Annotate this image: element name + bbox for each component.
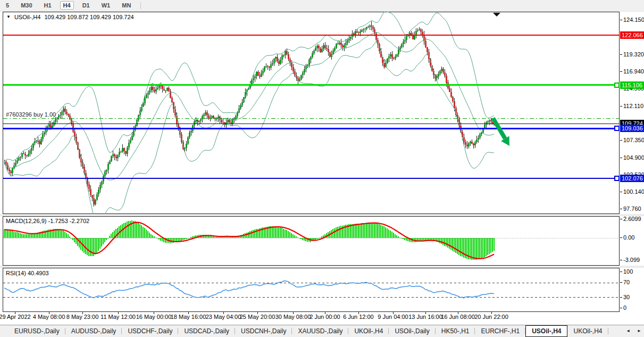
main-chart-canvas[interactable] <box>3 12 620 214</box>
toolbar-separator <box>140 2 141 9</box>
timeframe-button-h4[interactable]: H4 <box>60 1 74 10</box>
price-badge: 102.076 <box>620 175 644 182</box>
chart-window: ▼ USOil-,H4 109.429 109.872 109.429 109.… <box>0 11 644 325</box>
timeframe-button-d1[interactable]: D1 <box>79 1 93 10</box>
rsi-canvas[interactable] <box>3 268 620 312</box>
macd-label: MACD(12,26,9) -1.7253 -2.2702 <box>6 218 89 224</box>
rsi-tick: 100 <box>623 268 633 275</box>
price-tick: 116.940 <box>623 68 644 75</box>
price-tick: 124.150 <box>623 17 644 23</box>
timeframe-button-w1[interactable]: W1 <box>98 1 114 10</box>
rsi-tick: 30 <box>623 294 630 301</box>
price-tick: 97.760 <box>623 206 641 212</box>
tab-scroll-left-icon[interactable]: ◄ <box>626 328 630 333</box>
tab-usdchf-daily[interactable]: USDCHF-,Daily <box>122 325 178 337</box>
macd-tick: -3.099 <box>623 257 640 264</box>
chart-symbol: USOil-,H4 <box>14 14 41 20</box>
timeframe-toolbar: 5M30H1H4D1W1MN <box>0 0 644 11</box>
price-tick: 112.110 <box>623 103 643 110</box>
date-tick <box>293 312 294 314</box>
mt4-terminal: 5M30H1H4D1W1MN ▼ USOil-,H4 109.429 109.8… <box>0 0 644 337</box>
date-tick <box>82 312 83 314</box>
tab-xauusd-daily[interactable]: XAUUSD-,Daily <box>292 325 348 337</box>
date-tick <box>358 312 359 314</box>
tab-eurusd-daily[interactable]: EURUSD-,Daily <box>9 325 65 337</box>
line-anchor-marker <box>614 83 620 88</box>
tab-ukoil-h4[interactable]: UKOil-,H4 <box>567 325 608 337</box>
date-tick <box>425 312 426 314</box>
date-tick <box>491 312 492 314</box>
macd-tick: 0.00 <box>623 234 634 241</box>
chart-tabs: EURUSD-,DailyAUDUSD-,DailyUSDCHF-,DailyU… <box>0 325 644 337</box>
tab-usdcnh-daily[interactable]: USDCNH-,Daily <box>235 325 292 337</box>
macd-canvas[interactable] <box>3 216 620 266</box>
price-tick: 100.140 <box>623 188 644 195</box>
rsi-tick: 0 <box>623 305 626 311</box>
tab-eurchf-h1[interactable]: EURCHF-,H1 <box>475 325 525 337</box>
timeframe-button-m30[interactable]: M30 <box>18 1 35 10</box>
line-anchor-marker <box>614 176 620 181</box>
tab-usdcad-daily[interactable]: USDCAD-,Daily <box>178 325 235 337</box>
macd-tick: 2.6099 <box>623 216 641 223</box>
order-label[interactable]: #7603296 buy 1.00 <box>6 111 56 118</box>
date-tick <box>458 312 458 314</box>
timeframe-button-h1[interactable]: H1 <box>41 1 55 10</box>
date-tick <box>393 312 394 314</box>
rsi-tick: 70 <box>623 279 630 286</box>
date-tick <box>223 312 224 314</box>
date-tick <box>188 312 189 314</box>
tab-scroll-nav: ◄ ► <box>626 325 641 337</box>
chart-ohlc: 109.429 109.872 109.429 109.724 <box>44 14 133 20</box>
timeframe-button-5[interactable]: 5 <box>3 1 12 10</box>
price-tick: 119.320 <box>623 51 644 58</box>
rsi-label: RSI(14) 40.4903 <box>6 270 49 276</box>
price-badge: 122.066 <box>620 31 644 39</box>
tab-audusd-daily[interactable]: AUDUSD-,Daily <box>65 325 122 337</box>
price-badge: 109.036 <box>620 125 644 132</box>
price-tick: 107.350 <box>623 137 644 144</box>
date-tick <box>154 312 154 314</box>
date-tick <box>49 312 49 314</box>
date-tick <box>15 312 15 314</box>
date-label: 20 Jun 22:00 <box>467 314 516 320</box>
date-tick <box>325 312 325 314</box>
tab-scroll-right-icon[interactable]: ► <box>637 328 641 333</box>
timeframe-button-mn[interactable]: MN <box>119 1 134 10</box>
price-badge: 115.106 <box>620 81 644 89</box>
tab-usoil-h4[interactable]: USOil-,H4 <box>525 325 567 337</box>
tab-hk50-h1[interactable]: HK50-,H1 <box>436 325 475 337</box>
price-tick: 104.900 <box>623 154 644 161</box>
tab-usoil-daily[interactable]: USOil-,Daily <box>389 325 435 337</box>
price-axis: 124.150121.770119.320116.940114.560112.1… <box>620 11 644 325</box>
date-tick <box>118 312 119 314</box>
symbol-dropdown-icon[interactable]: ▼ <box>6 14 11 20</box>
tab-ukoil-h4[interactable]: UKOil-,H4 <box>348 325 389 337</box>
chart-title: ▼ USOil-,H4 109.429 109.872 109.429 109.… <box>6 14 134 20</box>
date-tick <box>257 312 258 314</box>
line-anchor-marker <box>614 126 620 131</box>
